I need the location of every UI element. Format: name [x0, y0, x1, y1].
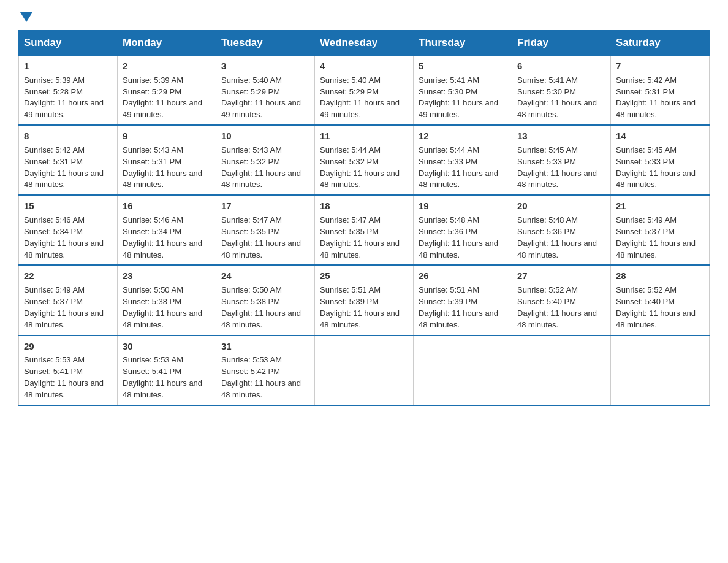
day-detail: Sunrise: 5:51 AMSunset: 5:39 PMDaylight:…: [419, 285, 498, 329]
calendar-table: SundayMondayTuesdayWednesdayThursdayFrid…: [18, 30, 710, 406]
day-cell: 18Sunrise: 5:47 AMSunset: 5:35 PMDayligh…: [315, 195, 414, 265]
day-detail: Sunrise: 5:48 AMSunset: 5:36 PMDaylight:…: [517, 215, 597, 259]
day-number: 19: [419, 199, 507, 213]
day-detail: Sunrise: 5:42 AMSunset: 5:31 PMDaylight:…: [616, 75, 696, 120]
day-cell: 9Sunrise: 5:43 AMSunset: 5:31 PMDaylight…: [118, 125, 216, 195]
day-detail: Sunrise: 5:53 AMSunset: 5:41 PMDaylight:…: [24, 355, 104, 399]
header-cell-saturday: Saturday: [611, 31, 710, 56]
day-cell: 5Sunrise: 5:41 AMSunset: 5:30 PMDaylight…: [414, 56, 512, 126]
day-number: 31: [221, 340, 309, 353]
day-cell: 2Sunrise: 5:39 AMSunset: 5:29 PMDaylight…: [118, 56, 216, 126]
day-detail: Sunrise: 5:41 AMSunset: 5:30 PMDaylight:…: [419, 75, 498, 120]
day-cell: 7Sunrise: 5:42 AMSunset: 5:31 PMDaylight…: [611, 56, 710, 126]
day-number: 13: [517, 129, 605, 143]
day-number: 14: [616, 129, 704, 143]
day-number: 1: [24, 59, 112, 73]
day-detail: Sunrise: 5:49 AMSunset: 5:37 PMDaylight:…: [616, 215, 696, 259]
logo-arrow-icon: [20, 12, 32, 22]
day-number: 5: [419, 59, 507, 73]
day-cell: 30Sunrise: 5:53 AMSunset: 5:41 PMDayligh…: [118, 335, 216, 405]
day-detail: Sunrise: 5:45 AMSunset: 5:33 PMDaylight:…: [616, 145, 696, 190]
day-detail: Sunrise: 5:43 AMSunset: 5:32 PMDaylight:…: [221, 145, 301, 190]
day-number: 15: [24, 199, 112, 213]
day-detail: Sunrise: 5:46 AMSunset: 5:34 PMDaylight:…: [123, 215, 202, 259]
header-row: SundayMondayTuesdayWednesdayThursdayFrid…: [19, 31, 710, 56]
day-number: 16: [123, 199, 211, 213]
day-number: 12: [419, 129, 507, 143]
day-detail: Sunrise: 5:53 AMSunset: 5:42 PMDaylight:…: [221, 355, 301, 399]
day-detail: Sunrise: 5:47 AMSunset: 5:35 PMDaylight:…: [320, 215, 400, 259]
day-number: 17: [221, 199, 309, 213]
day-cell: [414, 335, 512, 405]
day-cell: 31Sunrise: 5:53 AMSunset: 5:42 PMDayligh…: [216, 335, 315, 405]
day-cell: 26Sunrise: 5:51 AMSunset: 5:39 PMDayligh…: [414, 265, 512, 335]
header-cell-monday: Monday: [118, 31, 216, 56]
header-cell-sunday: Sunday: [19, 31, 118, 56]
day-number: 3: [221, 59, 309, 73]
day-cell: 21Sunrise: 5:49 AMSunset: 5:37 PMDayligh…: [611, 195, 710, 265]
day-cell: 12Sunrise: 5:44 AMSunset: 5:33 PMDayligh…: [414, 125, 512, 195]
day-cell: [512, 335, 611, 405]
day-number: 8: [24, 129, 112, 143]
day-cell: [611, 335, 710, 405]
week-row-1: 1Sunrise: 5:39 AMSunset: 5:28 PMDaylight…: [19, 56, 710, 126]
logo-text: [18, 12, 32, 20]
calendar-header: SundayMondayTuesdayWednesdayThursdayFrid…: [19, 31, 710, 56]
day-cell: 23Sunrise: 5:50 AMSunset: 5:38 PMDayligh…: [118, 265, 216, 335]
day-detail: Sunrise: 5:40 AMSunset: 5:29 PMDaylight:…: [221, 75, 301, 120]
day-number: 20: [517, 199, 605, 213]
day-cell: 28Sunrise: 5:52 AMSunset: 5:40 PMDayligh…: [611, 265, 710, 335]
day-detail: Sunrise: 5:48 AMSunset: 5:36 PMDaylight:…: [419, 215, 498, 259]
week-row-2: 8Sunrise: 5:42 AMSunset: 5:31 PMDaylight…: [19, 125, 710, 195]
day-number: 4: [320, 59, 408, 73]
day-cell: 14Sunrise: 5:45 AMSunset: 5:33 PMDayligh…: [611, 125, 710, 195]
day-number: 22: [24, 269, 112, 283]
day-detail: Sunrise: 5:41 AMSunset: 5:30 PMDaylight:…: [517, 75, 597, 120]
day-number: 21: [616, 199, 704, 213]
day-detail: Sunrise: 5:39 AMSunset: 5:29 PMDaylight:…: [123, 75, 202, 120]
day-cell: 24Sunrise: 5:50 AMSunset: 5:38 PMDayligh…: [216, 265, 315, 335]
day-cell: 1Sunrise: 5:39 AMSunset: 5:28 PMDaylight…: [19, 56, 118, 126]
logo: [18, 12, 32, 18]
day-number: 25: [320, 269, 408, 283]
day-number: 9: [123, 129, 211, 143]
day-cell: 8Sunrise: 5:42 AMSunset: 5:31 PMDaylight…: [19, 125, 118, 195]
day-cell: 11Sunrise: 5:44 AMSunset: 5:32 PMDayligh…: [315, 125, 414, 195]
day-cell: 22Sunrise: 5:49 AMSunset: 5:37 PMDayligh…: [19, 265, 118, 335]
day-detail: Sunrise: 5:52 AMSunset: 5:40 PMDaylight:…: [517, 285, 597, 329]
day-number: 28: [616, 269, 704, 283]
day-number: 29: [24, 340, 112, 353]
header-cell-wednesday: Wednesday: [315, 31, 414, 56]
day-cell: 29Sunrise: 5:53 AMSunset: 5:41 PMDayligh…: [19, 335, 118, 405]
day-number: 30: [123, 340, 211, 353]
day-cell: 16Sunrise: 5:46 AMSunset: 5:34 PMDayligh…: [118, 195, 216, 265]
header-cell-thursday: Thursday: [414, 31, 512, 56]
day-detail: Sunrise: 5:45 AMSunset: 5:33 PMDaylight:…: [517, 145, 597, 190]
day-detail: Sunrise: 5:49 AMSunset: 5:37 PMDaylight:…: [24, 285, 104, 329]
day-cell: 19Sunrise: 5:48 AMSunset: 5:36 PMDayligh…: [414, 195, 512, 265]
day-number: 2: [123, 59, 211, 73]
day-cell: [315, 335, 414, 405]
day-detail: Sunrise: 5:50 AMSunset: 5:38 PMDaylight:…: [221, 285, 301, 329]
day-number: 6: [517, 59, 605, 73]
day-detail: Sunrise: 5:51 AMSunset: 5:39 PMDaylight:…: [320, 285, 400, 329]
day-number: 10: [221, 129, 309, 143]
day-detail: Sunrise: 5:47 AMSunset: 5:35 PMDaylight:…: [221, 215, 301, 259]
page-header: [18, 12, 710, 18]
day-detail: Sunrise: 5:50 AMSunset: 5:38 PMDaylight:…: [123, 285, 202, 329]
day-cell: 13Sunrise: 5:45 AMSunset: 5:33 PMDayligh…: [512, 125, 611, 195]
day-cell: 20Sunrise: 5:48 AMSunset: 5:36 PMDayligh…: [512, 195, 611, 265]
day-number: 27: [517, 269, 605, 283]
day-cell: 6Sunrise: 5:41 AMSunset: 5:30 PMDaylight…: [512, 56, 611, 126]
day-detail: Sunrise: 5:40 AMSunset: 5:29 PMDaylight:…: [320, 75, 400, 120]
day-number: 26: [419, 269, 507, 283]
day-number: 18: [320, 199, 408, 213]
day-detail: Sunrise: 5:42 AMSunset: 5:31 PMDaylight:…: [24, 145, 104, 190]
day-cell: 27Sunrise: 5:52 AMSunset: 5:40 PMDayligh…: [512, 265, 611, 335]
day-number: 7: [616, 59, 704, 73]
day-detail: Sunrise: 5:46 AMSunset: 5:34 PMDaylight:…: [24, 215, 104, 259]
week-row-5: 29Sunrise: 5:53 AMSunset: 5:41 PMDayligh…: [19, 335, 710, 405]
day-detail: Sunrise: 5:39 AMSunset: 5:28 PMDaylight:…: [24, 75, 104, 120]
day-cell: 10Sunrise: 5:43 AMSunset: 5:32 PMDayligh…: [216, 125, 315, 195]
header-cell-friday: Friday: [512, 31, 611, 56]
